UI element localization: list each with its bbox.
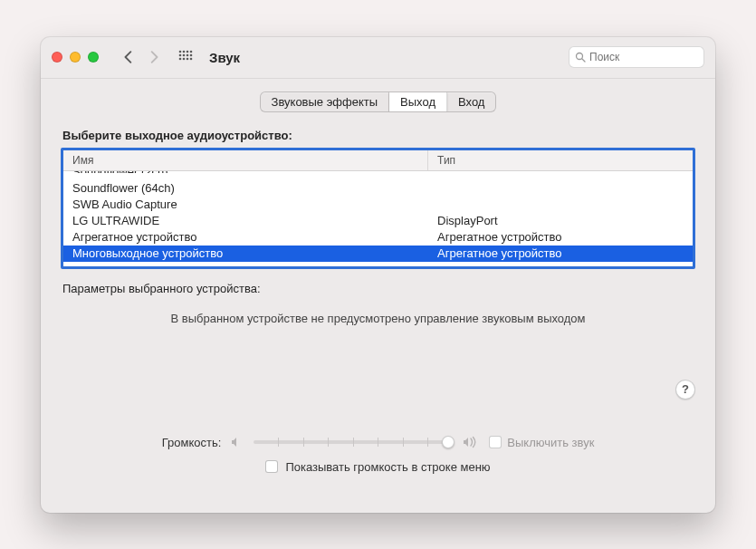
device-type-cell (428, 171, 693, 173)
no-controls-message: В выбранном устройстве не предусмотрено … (61, 312, 695, 325)
tabs-segmented-control: Звуковые эффекты Выход Вход (260, 92, 497, 112)
volume-slider-knob[interactable] (442, 436, 455, 448)
tab-input[interactable]: Вход (447, 92, 495, 111)
svg-point-2 (187, 51, 189, 53)
svg-point-6 (187, 54, 189, 57)
device-type-cell: DisplayPort (428, 213, 693, 229)
svg-point-7 (190, 54, 193, 57)
column-type-header[interactable]: Тип (428, 150, 693, 170)
table-row[interactable]: LG ULTRAWIDE DisplayPort (63, 213, 693, 229)
svg-point-3 (190, 51, 193, 53)
pane-title: Звук (209, 50, 240, 65)
svg-point-11 (190, 58, 193, 61)
svg-point-0 (179, 51, 182, 53)
checkbox-box (489, 436, 502, 448)
svg-point-8 (179, 58, 182, 61)
select-output-label: Выберите выходное аудиоустройство: (62, 129, 695, 142)
table-row[interactable]: Soundflower (2ch) (63, 171, 693, 180)
volume-slider[interactable] (254, 440, 453, 444)
svg-point-9 (183, 58, 186, 61)
svg-point-1 (183, 51, 186, 53)
mute-checkbox[interactable]: Выключить звук (489, 436, 594, 449)
forward-button[interactable] (148, 51, 160, 63)
volume-low-icon (230, 436, 244, 448)
device-name-cell: SWB Audio Capture (63, 197, 428, 213)
output-volume-row: Громкость: Выключить звук (61, 436, 695, 449)
show-volume-label: Показывать громкость в строке меню (285, 460, 490, 474)
table-row[interactable]: SWB Audio Capture (63, 197, 693, 213)
svg-point-4 (179, 54, 182, 57)
device-name-cell: LG ULTRAWIDE (63, 213, 428, 229)
column-name-header[interactable]: Имя (63, 150, 428, 170)
checkbox-box (265, 460, 278, 473)
sound-preferences-window: Звук Звуковые эффекты Выход Вход Выберит… (41, 37, 715, 513)
svg-line-13 (582, 59, 585, 62)
search-field[interactable] (569, 46, 704, 68)
titlebar: Звук (41, 37, 715, 79)
table-row[interactable]: Многовыходное устройство Агрегатное устр… (63, 246, 693, 262)
tab-sound-effects[interactable]: Звуковые эффекты (261, 92, 390, 111)
table-header: Имя Тип (63, 150, 693, 171)
device-name-cell: Многовыходное устройство (63, 246, 428, 262)
svg-point-5 (183, 54, 186, 57)
svg-point-12 (577, 53, 583, 60)
show-all-icon[interactable] (178, 50, 193, 64)
window-controls (52, 52, 99, 63)
volume-high-icon (462, 436, 480, 448)
device-name-cell: Soundflower (2ch) (63, 171, 428, 173)
search-icon (575, 52, 586, 63)
tab-output[interactable]: Выход (389, 92, 447, 111)
show-volume-menubar-checkbox[interactable]: Показывать громкость в строке меню (61, 460, 695, 474)
device-type-cell: Агрегатное устройство (428, 246, 693, 262)
table-body: Soundflower (2ch) Soundflower (64ch) SWB… (63, 171, 693, 262)
nav-arrows (122, 51, 160, 63)
table-row[interactable]: Soundflower (64ch) (63, 180, 693, 197)
mute-label: Выключить звук (507, 436, 594, 449)
content-area: Звуковые эффекты Выход Вход Выберите вых… (41, 79, 715, 513)
selected-device-params-label: Параметры выбранного устройства: (62, 282, 695, 295)
svg-point-10 (187, 58, 189, 61)
help-button[interactable]: ? (675, 380, 695, 400)
device-name-cell: Агрегатное устройство (63, 229, 428, 246)
device-type-cell (428, 180, 693, 197)
minimize-window-button[interactable] (70, 52, 81, 63)
volume-label: Громкость: (162, 436, 222, 449)
output-device-table[interactable]: Имя Тип Soundflower (2ch) Soundflower (6… (61, 148, 695, 269)
device-type-cell (428, 197, 693, 213)
close-window-button[interactable] (52, 52, 62, 63)
device-name-cell: Soundflower (64ch) (63, 180, 428, 197)
table-row[interactable]: Агрегатное устройство Агрегатное устройс… (63, 229, 693, 246)
zoom-window-button[interactable] (88, 52, 99, 63)
search-input[interactable] (589, 51, 698, 63)
back-button[interactable] (122, 51, 135, 63)
device-type-cell: Агрегатное устройство (428, 229, 693, 246)
